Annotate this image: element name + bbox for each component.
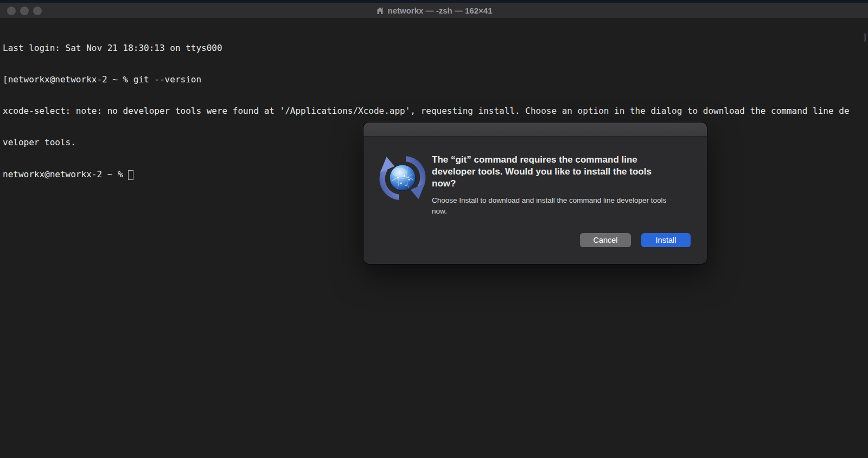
software-update-icon: [378, 152, 427, 202]
terminal-line-end-mark: ]: [862, 32, 867, 42]
dialog-body-text: Choose Install to download and install t…: [432, 195, 671, 216]
install-developer-tools-dialog: The “git” command requires the command l…: [363, 122, 707, 264]
window-title: networkx — -zsh — 162×41: [376, 6, 493, 15]
home-folder-icon: [376, 7, 384, 15]
terminal-titlebar[interactable]: networkx — -zsh — 162×41: [0, 3, 868, 19]
zoom-button[interactable]: [33, 7, 42, 15]
terminal-line: [networkx@networkx-2 ~ % git --version: [3, 74, 868, 85]
dialog-heading: The “git” command requires the command l…: [432, 154, 676, 190]
dialog-titlebar[interactable]: [363, 122, 707, 137]
terminal-prompt-text: networkx@networkx-2 ~ %: [3, 169, 128, 179]
window-controls: [7, 7, 42, 15]
cancel-button[interactable]: Cancel: [580, 233, 631, 247]
terminal-cursor: [128, 170, 133, 180]
close-button[interactable]: [7, 7, 16, 15]
dialog-content: The “git” command requires the command l…: [363, 137, 707, 263]
window-title-text: networkx — -zsh — 162×41: [388, 6, 493, 15]
dialog-button-row: Cancel Install: [580, 233, 691, 247]
terminal-line: Last login: Sat Nov 21 18:30:13 on ttys0…: [3, 43, 868, 53]
minimize-button[interactable]: [20, 7, 29, 15]
install-button[interactable]: Install: [641, 233, 691, 247]
terminal-line: xcode-select: note: no developer tools w…: [3, 106, 868, 116]
